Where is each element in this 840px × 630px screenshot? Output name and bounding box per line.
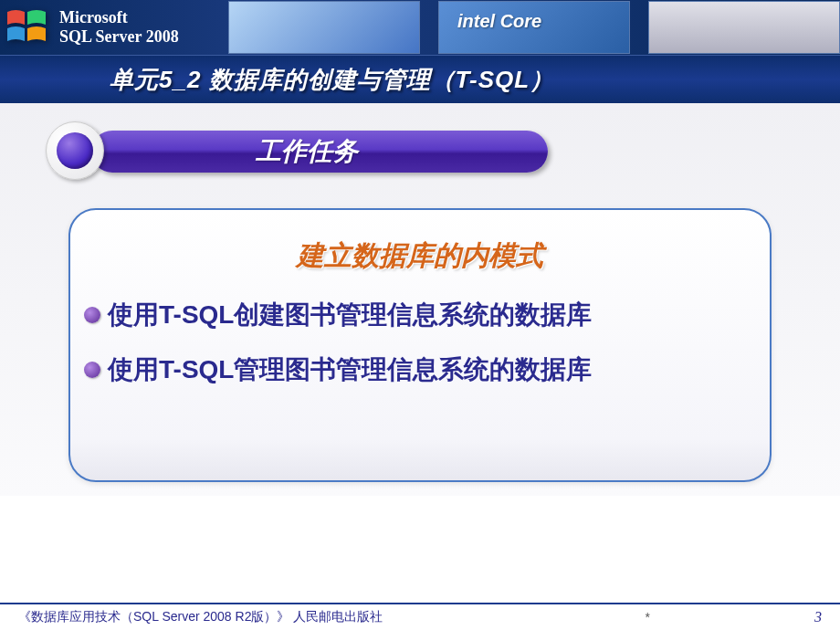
- section-circle-icon: [46, 121, 110, 185]
- title-bar: 单元5_2 数据库的创建与管理（T-SQL）: [0, 55, 840, 103]
- header-decorative-image-3: [648, 1, 840, 54]
- section-header: 工作任务: [46, 121, 840, 185]
- windows-logo-icon: [5, 5, 50, 50]
- bullet-item: 使用T-SQL管理图书管理信息系统的数据库: [84, 352, 756, 387]
- content-heading: 建立数据库的内模式: [84, 237, 756, 275]
- bullet-item: 使用T-SQL创建图书管理信息系统的数据库: [84, 298, 756, 332]
- section-label: 工作任务: [256, 134, 358, 169]
- slide-title: 单元5_2 数据库的创建与管理（T-SQL）: [110, 64, 554, 96]
- header-images: [228, 1, 840, 54]
- footer-book-title: 《数据库应用技术（SQL Server 2008 R2版）》 人民邮电出版社: [18, 609, 646, 625]
- logo-area: Microsoft SQL Server 2008: [0, 5, 219, 50]
- content-area: 工作任务 建立数据库的内模式 使用T-SQL创建图书管理信息系统的数据库 使用T…: [0, 103, 840, 496]
- brand-text: Microsoft SQL Server 2008: [59, 8, 179, 47]
- content-box: 建立数据库的内模式 使用T-SQL创建图书管理信息系统的数据库 使用T-SQL管…: [68, 208, 772, 482]
- bullet-text: 使用T-SQL创建图书管理信息系统的数据库: [108, 298, 592, 332]
- slide-footer: 《数据库应用技术（SQL Server 2008 R2版）》 人民邮电出版社 *…: [0, 603, 840, 630]
- slide-header: Microsoft SQL Server 2008: [0, 0, 840, 55]
- section-pill: 工作任务: [91, 131, 548, 173]
- header-decorative-image-2: [438, 1, 630, 54]
- brand-line2: SQL Server 2008: [59, 27, 179, 47]
- footer-date: *: [646, 610, 650, 625]
- footer-page-number: 3: [814, 609, 822, 625]
- bullet-icon: [84, 362, 100, 378]
- bullet-text: 使用T-SQL管理图书管理信息系统的数据库: [108, 352, 592, 387]
- header-decorative-image-1: [228, 1, 420, 54]
- bullet-icon: [84, 307, 100, 323]
- brand-line1: Microsoft: [59, 8, 179, 27]
